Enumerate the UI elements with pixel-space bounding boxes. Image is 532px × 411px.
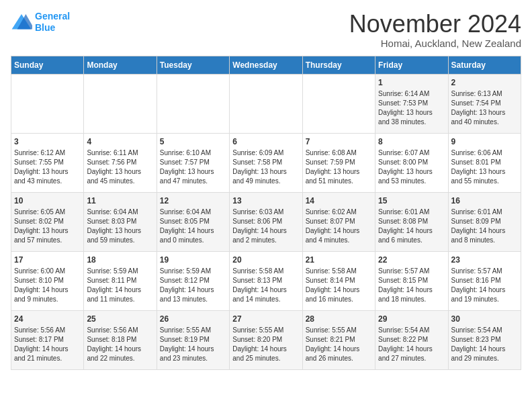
logo: General Blue	[11, 11, 70, 34]
day-detail: Sunset: 8:07 PM	[306, 217, 372, 226]
header-wednesday: Wednesday	[230, 56, 302, 74]
day-detail: Sunrise: 5:56 AM	[14, 326, 81, 335]
table-row: 21Sunrise: 5:58 AMSunset: 8:14 PMDayligh…	[302, 251, 375, 310]
day-number: 11	[87, 195, 153, 207]
title-section: November 2024 Homai, Auckland, New Zeala…	[349, 11, 521, 49]
day-detail: Sunset: 7:53 PM	[378, 99, 445, 108]
day-detail: Sunrise: 6:00 AM	[14, 267, 81, 276]
calendar-week-row: 10Sunrise: 6:05 AMSunset: 8:02 PMDayligh…	[11, 192, 521, 251]
day-detail: Sunrise: 5:59 AM	[160, 267, 226, 276]
day-detail: Daylight: 14 hours	[378, 226, 445, 236]
header-saturday: Saturday	[448, 56, 521, 74]
page-header: General Blue November 2024 Homai, Auckla…	[11, 11, 521, 49]
day-detail: Sunrise: 5:54 AM	[451, 326, 518, 335]
day-detail: Daylight: 14 hours	[378, 345, 445, 354]
day-detail: Sunrise: 5:56 AM	[87, 326, 153, 335]
day-detail: Sunrise: 6:05 AM	[14, 208, 81, 217]
table-row: 26Sunrise: 5:55 AMSunset: 8:19 PMDayligh…	[157, 310, 229, 369]
day-detail: Sunset: 8:20 PM	[232, 335, 299, 345]
day-detail: and 4 minutes.	[306, 236, 372, 245]
day-detail: Sunrise: 6:14 AM	[378, 89, 445, 99]
day-detail: Sunrise: 5:58 AM	[232, 267, 299, 276]
header-thursday: Thursday	[302, 56, 375, 74]
day-detail: Sunrise: 6:02 AM	[306, 208, 372, 217]
day-detail: Sunrise: 6:04 AM	[160, 208, 226, 217]
day-number: 10	[14, 195, 81, 207]
header-monday: Monday	[84, 56, 157, 74]
day-number: 30	[451, 314, 518, 325]
day-detail: Sunset: 8:02 PM	[14, 217, 81, 226]
day-number: 25	[87, 314, 153, 325]
header-tuesday: Tuesday	[157, 56, 229, 74]
day-detail: Daylight: 13 hours	[378, 108, 445, 118]
location-subtitle: Homai, Auckland, New Zealand	[349, 38, 521, 49]
day-detail: and 29 minutes.	[451, 354, 518, 363]
day-detail: Sunrise: 5:59 AM	[87, 267, 153, 276]
day-detail: and 45 minutes.	[87, 177, 153, 186]
day-number: 14	[306, 195, 372, 207]
day-detail: Daylight: 14 hours	[160, 345, 226, 354]
day-detail: Sunset: 8:18 PM	[87, 335, 153, 345]
day-detail: Sunrise: 5:58 AM	[306, 267, 372, 276]
day-detail: Sunset: 7:59 PM	[306, 158, 372, 167]
day-detail: Sunrise: 6:03 AM	[232, 208, 299, 217]
day-detail: Daylight: 13 hours	[87, 226, 153, 236]
day-number: 17	[14, 255, 81, 266]
calendar-week-row: 3Sunrise: 6:12 AMSunset: 7:55 PMDaylight…	[11, 133, 521, 192]
logo-line1: General	[35, 11, 70, 21]
day-detail: Sunset: 8:15 PM	[378, 276, 445, 285]
day-detail: Sunset: 7:55 PM	[14, 158, 81, 167]
day-detail: Daylight: 14 hours	[160, 226, 226, 236]
day-detail: and 18 minutes.	[378, 295, 445, 304]
day-detail: Sunrise: 5:54 AM	[378, 326, 445, 335]
day-detail: Daylight: 14 hours	[14, 285, 81, 295]
table-row: 28Sunrise: 5:55 AMSunset: 8:21 PMDayligh…	[302, 310, 375, 369]
day-detail: Sunset: 8:13 PM	[232, 276, 299, 285]
day-detail: Sunset: 8:08 PM	[378, 217, 445, 226]
day-detail: and 59 minutes.	[87, 236, 153, 245]
day-detail: Sunrise: 5:55 AM	[306, 326, 372, 335]
day-detail: and 6 minutes.	[378, 236, 445, 245]
day-detail: Sunset: 8:17 PM	[14, 335, 81, 345]
day-detail: Sunrise: 6:07 AM	[378, 148, 445, 158]
day-detail: Sunset: 8:01 PM	[451, 158, 518, 167]
day-number: 3	[14, 136, 81, 148]
day-detail: Sunrise: 5:57 AM	[378, 267, 445, 276]
day-detail: Sunrise: 6:11 AM	[87, 148, 153, 158]
day-detail: and 43 minutes.	[14, 177, 81, 186]
day-detail: and 8 minutes.	[451, 236, 518, 245]
day-detail: Daylight: 14 hours	[14, 345, 81, 354]
logo-text: General Blue	[35, 11, 70, 34]
calendar-week-row: 24Sunrise: 5:56 AMSunset: 8:17 PMDayligh…	[11, 310, 521, 369]
day-detail: Daylight: 14 hours	[451, 345, 518, 354]
day-detail: Daylight: 13 hours	[160, 167, 226, 177]
day-number: 9	[451, 136, 518, 148]
day-number: 24	[14, 314, 81, 325]
table-row: 29Sunrise: 5:54 AMSunset: 8:22 PMDayligh…	[375, 310, 448, 369]
table-row: 3Sunrise: 6:12 AMSunset: 7:55 PMDaylight…	[11, 133, 84, 192]
day-detail: Sunset: 8:09 PM	[451, 217, 518, 226]
table-row	[302, 74, 375, 133]
table-row	[84, 74, 157, 133]
table-row: 5Sunrise: 6:10 AMSunset: 7:57 PMDaylight…	[157, 133, 229, 192]
day-detail: Daylight: 14 hours	[378, 285, 445, 295]
day-detail: Daylight: 14 hours	[87, 285, 153, 295]
day-detail: and 38 minutes.	[378, 118, 445, 127]
day-detail: Daylight: 14 hours	[451, 285, 518, 295]
day-detail: Daylight: 14 hours	[232, 226, 299, 236]
day-detail: and 40 minutes.	[451, 118, 518, 127]
day-number: 28	[306, 314, 372, 325]
table-row: 7Sunrise: 6:08 AMSunset: 7:59 PMDaylight…	[302, 133, 375, 192]
day-detail: Sunrise: 6:04 AM	[87, 208, 153, 217]
table-row: 8Sunrise: 6:07 AMSunset: 8:00 PMDaylight…	[375, 133, 448, 192]
day-detail: Daylight: 13 hours	[232, 167, 299, 177]
day-detail: Sunset: 8:05 PM	[160, 217, 226, 226]
calendar-table: Sunday Monday Tuesday Wednesday Thursday…	[11, 56, 521, 370]
day-detail: Sunrise: 6:06 AM	[451, 148, 518, 158]
day-detail: Sunrise: 6:01 AM	[378, 208, 445, 217]
day-detail: Sunrise: 6:13 AM	[451, 89, 518, 99]
day-detail: Sunset: 8:11 PM	[87, 276, 153, 285]
day-detail: Sunrise: 6:08 AM	[306, 148, 372, 158]
table-row: 24Sunrise: 5:56 AMSunset: 8:17 PMDayligh…	[11, 310, 84, 369]
day-detail: Sunset: 8:06 PM	[232, 217, 299, 226]
